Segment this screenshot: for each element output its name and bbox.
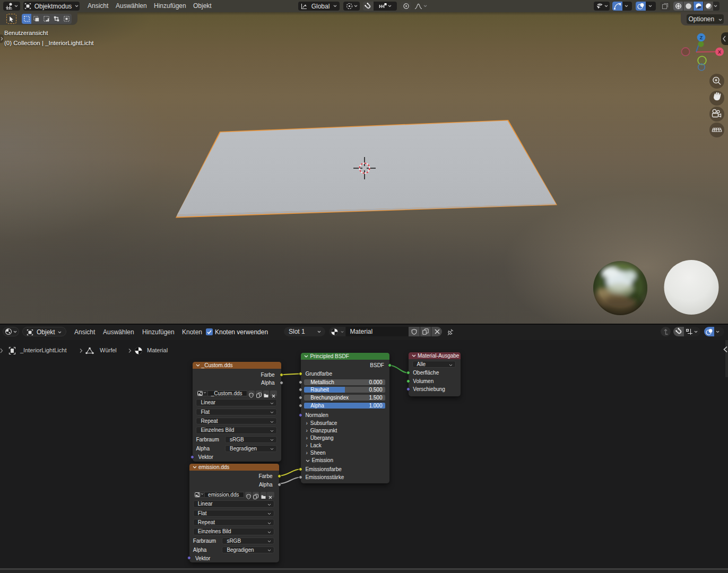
svg-text:X: X (718, 49, 721, 55)
svg-text:Z: Z (700, 35, 703, 40)
